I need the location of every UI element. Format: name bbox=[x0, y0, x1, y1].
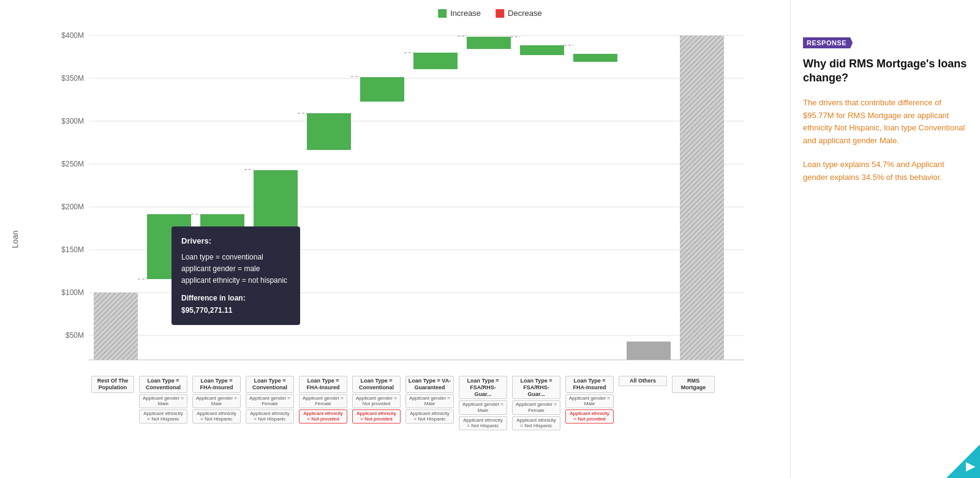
legend-increase-box bbox=[438, 9, 447, 18]
bar-fha-female[interactable] bbox=[307, 113, 351, 150]
xcol-1: Loan Type = Conventional Applicant gende… bbox=[137, 373, 190, 430]
legend-increase: Increase bbox=[438, 9, 481, 18]
xcol-2: Loan Type = FHA-Insured Applicant gender… bbox=[190, 373, 243, 430]
xcol-8: Loan Type = FSA/RHS-Guar... Applicant ge… bbox=[510, 373, 563, 430]
xcol-all-others: All Others bbox=[616, 373, 669, 430]
y-axis-label: Loan bbox=[10, 230, 20, 248]
bar-fsa-male[interactable] bbox=[467, 37, 511, 49]
svg-text:$400M: $400M bbox=[61, 31, 84, 40]
bar-tooltip: Drivers: Loan type = conventional applic… bbox=[172, 226, 300, 325]
tooltip-diff-value: $95,770,271.11 bbox=[181, 305, 290, 316]
waterfall-chart: $400M $350M $300M $250M $200M $150M $100… bbox=[52, 23, 756, 372]
svg-text:$150M: $150M bbox=[61, 245, 84, 254]
tooltip-line1: Loan type = conventional bbox=[181, 252, 290, 263]
legend-decrease-box bbox=[496, 9, 504, 18]
legend-decrease-label: Decrease bbox=[508, 9, 542, 18]
tooltip-diff-label: Difference in loan: bbox=[181, 293, 290, 304]
bar-all-others[interactable] bbox=[627, 342, 671, 360]
legend-increase-label: Increase bbox=[450, 9, 481, 18]
xcol-5: Loan Type = Conventional Applicant gende… bbox=[350, 373, 403, 430]
xcol-3: Loan Type = Conventional Applicant gende… bbox=[243, 373, 296, 430]
xcol-9: Loan Type = FHA-Insured Applicant gender… bbox=[563, 373, 616, 430]
bar-conventional-notprovided[interactable] bbox=[360, 77, 404, 102]
panel-text1: The drivers that contribute difference o… bbox=[803, 97, 968, 148]
tooltip-title: Drivers: bbox=[181, 235, 290, 248]
xcol-rest-label: Rest Of The Population bbox=[91, 376, 134, 393]
bar-conventional-female[interactable] bbox=[254, 170, 298, 227]
chart-legend: Increase Decrease bbox=[438, 9, 542, 18]
response-badge-label: RESPONSE bbox=[807, 39, 846, 47]
xcol-rms: RMS Mortgage bbox=[669, 373, 717, 430]
svg-text:$200M: $200M bbox=[61, 203, 84, 211]
bar-va-guaranteed[interactable] bbox=[413, 53, 458, 69]
right-panel: RESPONSE Why did RMS Mortgage's loans ch… bbox=[790, 0, 980, 478]
response-badge: RESPONSE bbox=[803, 37, 853, 48]
xcol-rest: Rest Of The Population bbox=[89, 373, 137, 430]
tooltip-line3: applicant ethnicity = not hispanic bbox=[181, 275, 290, 286]
svg-text:$100M: $100M bbox=[61, 288, 84, 297]
xcol-6: Loan Type = VA-Guaranteed Applicant gend… bbox=[403, 373, 456, 430]
svg-text:$50M: $50M bbox=[66, 331, 84, 340]
bar-rest-of-pop[interactable] bbox=[94, 293, 138, 360]
bar-rms-mortgage[interactable] bbox=[680, 35, 724, 360]
bar-fsa-female[interactable] bbox=[520, 45, 564, 55]
panel-text2: Loan type explains 54.7% and Applicant g… bbox=[803, 159, 968, 184]
x-axis-labels: Rest Of The Population Loan Type = Conve… bbox=[89, 373, 677, 430]
xcol-7: Loan Type = FSA/RHS-Guar... Applicant ge… bbox=[456, 373, 510, 430]
tooltip-line2: applicant gender = male bbox=[181, 263, 290, 275]
svg-text:$300M: $300M bbox=[61, 117, 84, 125]
svg-text:$350M: $350M bbox=[61, 74, 84, 83]
navigate-arrow-icon: ▶ bbox=[966, 458, 975, 473]
bar-fha-notprovided[interactable] bbox=[573, 54, 617, 62]
xcol-4: Loan Type = FHA-Insured Applicant gender… bbox=[296, 373, 350, 430]
panel-title: Why did RMS Mortgage's loans change? bbox=[803, 57, 968, 86]
svg-text:$250M: $250M bbox=[61, 160, 84, 168]
legend-decrease: Decrease bbox=[496, 9, 542, 18]
